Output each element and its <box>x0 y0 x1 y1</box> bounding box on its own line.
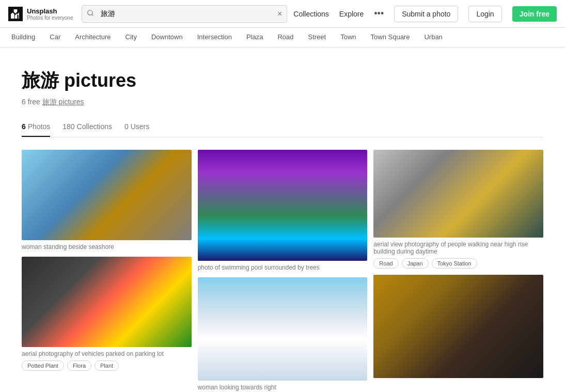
photo-caption-photo-1: woman standing beside seashore <box>22 243 192 250</box>
photo-item-photo-1[interactable]: woman standing beside seashore <box>22 150 192 250</box>
header: Unsplash Photos for everyone × Collectio… <box>0 0 565 28</box>
category-bar: BuildingCarArchitectureCityDowntownInter… <box>0 28 565 48</box>
category-item-urban[interactable]: Urban <box>417 28 449 47</box>
search-icon <box>87 9 94 19</box>
photo-caption-link-photo-2[interactable]: photo of swimming pool surrounded by tre… <box>198 264 320 271</box>
tag-list-photo-3: RoadJapanTokyo Station <box>373 258 543 269</box>
photo-caption-link-photo-4[interactable]: aerial photography of vehicles parked on… <box>22 350 164 357</box>
tag-road[interactable]: Road <box>373 258 398 269</box>
page-subtitle: 6 free 旅游 pictures <box>22 98 543 107</box>
login-button[interactable]: Login <box>468 6 501 22</box>
photo-col-1: woman standing beside seashoreaerial pho… <box>22 150 192 391</box>
logo-subtitle: Photos for everyone <box>27 15 73 21</box>
category-item-city[interactable]: City <box>118 28 144 47</box>
nav-collections[interactable]: Collections <box>293 10 328 18</box>
tag-potted-plant[interactable]: Potted Plant <box>22 360 64 371</box>
category-item-town[interactable]: Town <box>333 28 363 47</box>
nav-more[interactable]: ••• <box>374 8 384 19</box>
tag-flora[interactable]: Flora <box>67 360 91 371</box>
photo-caption-link-photo-5[interactable]: woman looking towards right <box>198 384 276 391</box>
category-item-downtown[interactable]: Downtown <box>144 28 190 47</box>
photo-item-photo-4[interactable]: aerial photography of vehicles parked on… <box>22 257 192 371</box>
photo-grid: woman standing beside seashoreaerial pho… <box>22 150 543 391</box>
tab-photos[interactable]: 6 Photos <box>22 117 50 137</box>
nav-links: Collections Explore ••• Submit a photo L… <box>293 6 557 22</box>
search-input[interactable] <box>82 5 287 23</box>
logo-icon[interactable] <box>8 7 23 21</box>
photo-col-2: photo of swimming pool surrounded by tre… <box>198 150 368 391</box>
subtitle-link[interactable]: 旅游 pictures <box>42 98 84 106</box>
photo-caption-photo-4: aerial photography of vehicles parked on… <box>22 350 192 357</box>
category-item-architecture[interactable]: Architecture <box>68 28 118 47</box>
tabs: 6 Photos180 Collections0 Users <box>22 117 543 137</box>
photo-caption-photo-5: woman looking towards right <box>198 384 368 391</box>
tag-plant[interactable]: Plant <box>95 360 119 371</box>
svg-line-1 <box>92 14 93 15</box>
photo-caption-photo-3: aerial view photography of people walkin… <box>373 241 543 255</box>
svg-point-0 <box>88 10 92 14</box>
nav-explore[interactable]: Explore <box>339 10 364 18</box>
search-clear-button[interactable]: × <box>277 10 282 18</box>
photo-caption-photo-2: photo of swimming pool surrounded by tre… <box>198 264 368 271</box>
search-bar: × <box>82 5 287 23</box>
category-item-road[interactable]: Road <box>270 28 301 47</box>
category-item-plaza[interactable]: Plaza <box>239 28 271 47</box>
tag-tokyo-station[interactable]: Tokyo Station <box>432 258 477 269</box>
photo-caption-link-photo-1[interactable]: woman standing beside seashore <box>22 243 114 250</box>
page-title: 旅游 pictures <box>22 68 543 93</box>
subtitle-text-pre: 6 free <box>22 98 42 106</box>
photo-item-photo-6[interactable] <box>373 275 543 378</box>
photo-item-photo-3[interactable]: aerial view photography of people walkin… <box>373 150 543 269</box>
category-item-town-square[interactable]: Town Square <box>364 28 417 47</box>
tag-list-photo-4: Potted PlantFloraPlant <box>22 360 192 371</box>
photo-item-photo-2[interactable]: photo of swimming pool surrounded by tre… <box>198 150 368 271</box>
main-content: 旅游 pictures 6 free 旅游 pictures 6 Photos1… <box>11 48 554 392</box>
tag-japan[interactable]: Japan <box>402 258 429 269</box>
category-item-intersection[interactable]: Intersection <box>190 28 239 47</box>
photo-col-3: aerial view photography of people walkin… <box>373 150 543 391</box>
photo-item-photo-5[interactable]: woman looking towards right <box>198 277 368 391</box>
logo-area: Unsplash Photos for everyone <box>8 7 75 21</box>
submit-photo-button[interactable]: Submit a photo <box>394 6 458 22</box>
category-item-car[interactable]: Car <box>42 28 68 47</box>
photo-caption-link-photo-3[interactable]: aerial view photography of people walkin… <box>373 241 528 255</box>
category-item-street[interactable]: Street <box>301 28 334 47</box>
logo-text-area: Unsplash Photos for everyone <box>27 7 73 21</box>
logo-name: Unsplash <box>27 7 73 15</box>
join-free-button[interactable]: Join free <box>512 6 557 22</box>
category-item-building[interactable]: Building <box>4 28 42 47</box>
tab-collections[interactable]: 180 Collections <box>62 117 112 137</box>
tab-users[interactable]: 0 Users <box>124 117 149 137</box>
